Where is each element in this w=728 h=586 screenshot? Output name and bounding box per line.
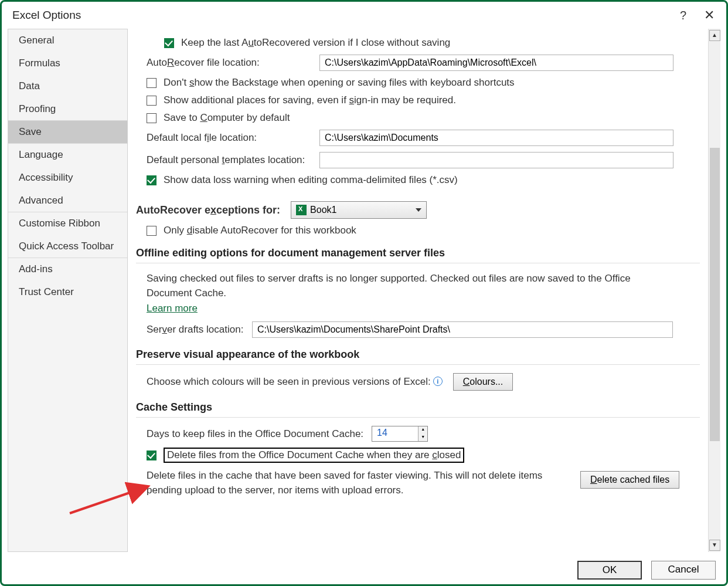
excel-file-icon [296,205,307,215]
input-server-drafts-location[interactable] [252,321,673,338]
sidebar-item-proofing[interactable]: Proofing [8,98,127,121]
scrollbar[interactable]: ▲ ▼ [708,29,720,552]
info-icon[interactable]: i [433,377,443,386]
sidebar-item-data[interactable]: Data [8,75,127,98]
sidebar-item-formulas[interactable]: Formulas [8,52,127,75]
sidebar: General Formulas Data Proofing Save Lang… [8,29,128,552]
label-save-to-computer: Save to Computer by default [164,112,290,124]
scroll-thumb[interactable] [710,148,720,441]
input-default-templates-location[interactable] [319,152,673,168]
input-autorecover-location[interactable] [319,55,673,71]
text-delete-cache-desc: Delete files in the cache that have been… [147,469,551,497]
checkbox-show-additional-places[interactable] [147,96,157,106]
label-dont-show-backstage: Don't show the Backstage when opening or… [164,77,515,89]
sidebar-item-language[interactable]: Language [8,144,127,167]
label-colours-desc: Choose which colours will be seen in pre… [147,376,443,388]
checkbox-keep-last-autorecovered[interactable] [164,38,174,48]
dialog-title: Excel Options [12,9,81,22]
label-csv-data-loss-warning: Show data loss warning when editing comm… [164,174,458,186]
label-days-keep-cache: Days to keep files in the Office Documen… [147,428,363,440]
scroll-up-icon[interactable]: ▲ [709,30,720,41]
sidebar-item-trust-center[interactable]: Trust Center [8,281,127,304]
label-autorecover-location: AutoRecover file location: [147,57,319,69]
spinner-days-keep-cache[interactable]: 14 ▲ ▼ [372,426,428,442]
chevron-down-icon [416,208,421,212]
text-offline-desc: Saving checked out files to server draft… [147,272,674,300]
spinner-up-icon[interactable]: ▲ [419,426,427,434]
label-delete-cache-on-close: Delete files from the Office Document Ca… [164,448,464,463]
label-default-local-location: Default local file location: [147,132,319,144]
checkbox-delete-cache-on-close[interactable] [147,450,157,460]
link-learn-more[interactable]: Learn more [147,303,198,314]
sidebar-item-accessibility[interactable]: Accessibility [8,167,127,189]
scroll-track[interactable] [709,42,720,538]
sidebar-item-advanced[interactable]: Advanced [8,189,127,212]
dropdown-selected-value: Book1 [310,205,336,215]
sidebar-item-general[interactable]: General [8,29,127,52]
label-show-additional-places: Show additional places for saving, even … [164,94,456,106]
checkbox-csv-data-loss-warning[interactable] [147,175,157,185]
label-autorecover-exceptions: AutoRecover exceptions for: [136,204,280,216]
titlebar: Excel Options ? ✕ [2,2,726,29]
help-icon[interactable]: ? [680,9,686,22]
section-cache-settings: Cache Settings [136,401,700,414]
dialog-footer: OK Cancel [577,561,716,580]
sidebar-item-customise-ribbon[interactable]: Customise Ribbon [8,212,127,235]
sidebar-item-quick-access[interactable]: Quick Access Toolbar [8,235,127,258]
label-server-drafts-location: Server drafts location: [147,324,252,336]
button-delete-cached-files[interactable]: Delete cached files [580,471,679,489]
button-cancel[interactable]: Cancel [651,561,716,580]
close-icon[interactable]: ✕ [704,8,715,23]
content-pane: Keep the last AutoRecovered version if I… [128,29,708,552]
label-disable-autorecover-workbook: Only disable AutoRecover for this workbo… [164,225,356,236]
dropdown-autorecover-exceptions[interactable]: Book1 [291,201,427,219]
checkbox-save-to-computer[interactable] [147,113,157,123]
checkbox-disable-autorecover-workbook[interactable] [147,226,157,236]
sidebar-item-addins[interactable]: Add-ins [8,258,127,281]
label-default-templates-location: Default personal templates location: [147,154,319,166]
input-default-local-location[interactable] [319,130,673,146]
button-colours[interactable]: Colours... [453,373,513,391]
scroll-down-icon[interactable]: ▼ [709,540,720,551]
section-offline-editing: Offline editing options for document man… [136,247,700,259]
section-preserve-visual: Preserve visual appearance of the workbo… [136,348,700,361]
label-keep-last-autorecovered: Keep the last AutoRecovered version if I… [181,37,450,49]
spinner-value: 14 [372,426,418,441]
checkbox-dont-show-backstage[interactable] [147,78,157,88]
spinner-down-icon[interactable]: ▼ [419,434,427,442]
sidebar-item-save[interactable]: Save [8,121,127,144]
button-ok[interactable]: OK [577,561,642,580]
